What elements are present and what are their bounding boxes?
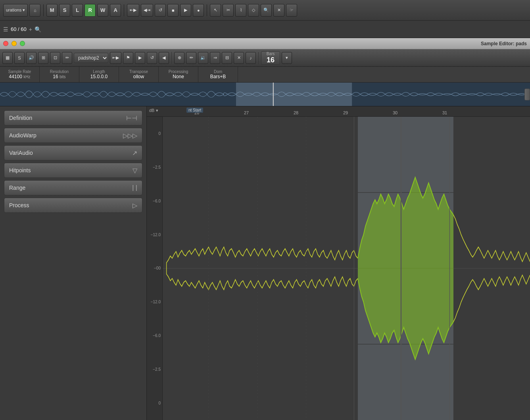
se-s-btn[interactable]: S [17,52,25,64]
resolution-cell: Resolution 16 bits [40,67,79,82]
se-filename-select[interactable]: padshop2 [74,53,108,63]
nudge-right-btn[interactable]: ◀⇥ [141,4,153,17]
variaudio-panel-btn[interactable]: VariAudio ↗ [17,145,142,160]
se-loop-btn[interactable]: ↺ [147,52,157,64]
ruler-detail-31: 31 [442,110,447,115]
arranger-area: ☰ Arranger Chain 1 ▾ e ▶ ♪ − 1 17 25 33 [17,38,530,420]
home-btn[interactable]: ⌂ [29,4,40,17]
domain-label: Dom [214,69,222,74]
play-btn[interactable]: ▶ [180,4,191,17]
se-snap-btn[interactable]: ⊡ [50,52,60,64]
se-titlebar: Sample Editor: pads [17,38,530,49]
process-panel-btn[interactable]: Process ▷ [17,198,142,213]
configurations-btn[interactable]: urations ▾ [3,4,28,17]
definition-label: Definition [17,115,32,121]
se-bottom: Definition ⊢⊣ AudioWarp ▷▷▷ VariAudio ↗ … [17,106,530,420]
waveform-detail[interactable]: 0 −2.5 −6.0 −12.0 −00 −12.0 −6.0 −2.5 0 [147,117,530,420]
se-right-panel: dB ▾ 26 27 28 29 30 31 nt Start 0 [147,106,530,420]
db-0-bot: 0 [158,401,161,405]
bars-value: 16 [265,56,277,64]
overview-scroll-handle[interactable] [524,89,530,100]
se-bars-btn[interactable]: ⊟ [222,52,232,64]
transpose-label: Transpose [129,69,148,74]
se-speaker-btn[interactable]: 🔊 [26,52,36,64]
se-trim-btn[interactable]: ⇤▶ [110,52,121,64]
record-btn[interactable]: ● [193,4,204,17]
definition-icon: ⊢⊣ [126,114,137,122]
length-value: 15.0.0.0 [90,74,108,79]
processing-cell: Processing None [159,67,198,82]
hitpoints-label: Hitpoints [17,167,31,173]
se-pencil-btn[interactable]: ✏ [62,52,72,64]
se-arrow-right-btn[interactable]: ⇒ [210,52,220,64]
range-label: Range [17,185,25,191]
audiowarp-panel-btn[interactable]: AudioWarp ▷▷▷ [17,128,142,143]
maximize-window-btn[interactable] [20,41,25,46]
top-toolbar: urations ▾ ⌂ M S L R W A ⇤▶ ◀⇥ ↺ ■ ▶ ● ↖… [0,0,530,21]
sep3 [207,4,207,16]
bars-label: Bars [267,52,275,56]
bars-down-btn[interactable]: ▾ [282,52,292,64]
sample-rate-cell: Sample Rate 44100 kHz [17,67,40,82]
db-0-top: 0 [158,131,161,136]
audiowarp-icon: ▷▷▷ [123,132,137,139]
mode-w[interactable]: W [97,4,108,17]
range-icon: | | [132,184,137,191]
db-12-bot: −12.0 [151,300,161,304]
se-back-btn[interactable]: ◀ [159,52,169,64]
glue-btn[interactable]: ⌇ [235,4,246,17]
se-speaker2-btn[interactable]: 🔉 [198,52,208,64]
db-6-bot: −6.0 [153,333,161,338]
resolution-value: 16 bits [53,74,65,79]
select-tool-btn[interactable]: ↖ [210,4,221,17]
se-sep1 [171,52,172,64]
se-draw-btn[interactable]: ✏ [186,52,196,64]
scissors-btn[interactable]: ✂ [223,4,234,17]
length-cell: Length 15.0.0.0 [79,67,119,82]
search-icon[interactable]: 🔍 [35,26,41,33]
se-toolbar: ▦ S 🔊 ⊞ ⊡ ✏ padshop2 ⇤▶ ⚑ ▶ ↺ ◀ ⊕ ✏ 🔉 ⇒ … [17,49,530,67]
variaudio-icon: ↗ [132,149,137,157]
se-flag-btn[interactable]: ⚑ [123,52,133,64]
cycle-btn[interactable]: ↺ [155,4,166,17]
ruler-detail-29: 29 [343,110,348,115]
svg-rect-1 [236,83,352,106]
se-sep2 [258,52,259,64]
mute-btn[interactable]: ◇ [248,4,259,17]
se-play-btn[interactable]: ▶ [135,52,145,64]
audiowarp-label: AudioWarp [17,132,36,139]
stop-btn[interactable]: ■ [167,4,179,17]
add-icon[interactable]: + [29,26,32,33]
transpose-value: ollow [133,74,144,79]
db-2-5-bot: −2.5 [153,367,161,372]
se-zoom-in-btn[interactable]: ⊕ [174,52,184,64]
hand-btn[interactable]: ☞ [286,4,297,17]
db-6-top: −6.0 [153,199,161,203]
waveform-overview[interactable] [17,83,530,106]
mode-l[interactable]: L [72,4,83,17]
se-note-btn[interactable]: ♪ [246,52,256,64]
nudge-left-btn[interactable]: ⇤▶ [127,4,139,17]
range-panel-btn[interactable]: Range | | [17,180,142,195]
db-unit-label: dB ▾ [149,108,158,113]
mode-s[interactable]: S [59,4,70,17]
se-title: Sample Editor: pads [28,41,527,46]
domain-value: Bars+B [210,74,226,79]
se-waveform-btn[interactable]: ⊞ [38,52,48,64]
mode-a[interactable]: A [110,4,121,17]
db-00: −00 [154,266,161,270]
zoom-btn[interactable]: 🔍 [261,4,272,17]
hitpoints-panel-btn[interactable]: Hitpoints ▽ [17,163,142,178]
se-x-btn[interactable]: ✕ [234,52,244,64]
close-btn[interactable]: ✕ [273,4,284,17]
se-detail-ruler: dB ▾ 26 27 28 29 30 31 nt Start [147,106,530,117]
mode-r[interactable]: R [84,4,96,17]
sample-editor: Sample Editor: pads ▦ S 🔊 ⊞ ⊡ ✏ padshop2… [17,38,530,420]
sep1 [43,4,44,16]
arrange-row: ☰ 60 / 60 + 🔍 [0,21,530,38]
arrange-icon[interactable]: ☰ [3,26,8,33]
definition-panel-btn[interactable]: Definition ⊢⊣ [17,110,142,125]
hitpoints-icon: ▽ [132,167,137,174]
mode-m[interactable]: M [46,4,58,17]
se-info-row: Sample Rate 44100 kHz Resolution 16 bits… [17,67,530,83]
